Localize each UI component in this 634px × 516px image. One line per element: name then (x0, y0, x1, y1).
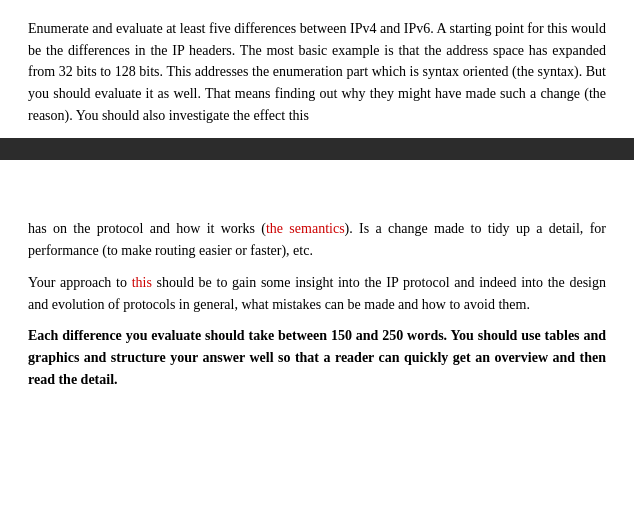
top-section: Enumerate and evaluate at least five dif… (0, 0, 634, 126)
spacer (0, 160, 634, 200)
semantics-highlight: the semantics (266, 221, 345, 236)
bottom-paragraph-2: Your approach to this should be to gain … (28, 272, 606, 315)
divider-bar (0, 138, 634, 160)
this-highlight: this (132, 275, 152, 290)
bottom-paragraph-1: has on the protocol and how it works (th… (28, 218, 606, 261)
bottom-paragraph-3: Each difference you evaluate should take… (28, 325, 606, 390)
bottom-section: has on the protocol and how it works (th… (0, 200, 634, 408)
page-container: Enumerate and evaluate at least five dif… (0, 0, 634, 516)
top-paragraph: Enumerate and evaluate at least five dif… (28, 18, 606, 126)
